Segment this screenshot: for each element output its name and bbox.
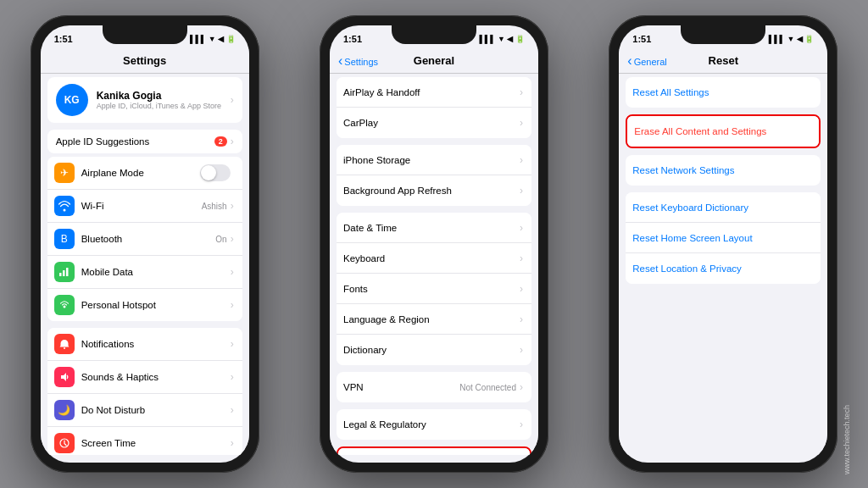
vpn-item[interactable]: VPN Not Connected › xyxy=(337,372,531,402)
svg-point-3 xyxy=(63,306,65,308)
reset-location-label: Reset Location & Privacy xyxy=(632,263,812,274)
locale-group: Date & Time › Keyboard › Fonts › Languag… xyxy=(337,213,531,365)
fonts-label: Fonts xyxy=(343,284,520,294)
reset-all-item[interactable]: Reset All Settings xyxy=(626,77,821,108)
notifications-label: Notifications xyxy=(81,339,231,349)
wifi-item[interactable]: Wi-Fi Ashish › xyxy=(47,190,242,223)
reset-homescreen-item[interactable]: Reset Home Screen Layout xyxy=(626,223,821,253)
status-time: 1:51 xyxy=(54,34,73,44)
dictionary-label: Dictionary xyxy=(343,345,520,355)
screentime-icon xyxy=(54,433,75,453)
reset-network-item[interactable]: Reset Network Settings xyxy=(626,155,821,186)
reset-title: Reset xyxy=(709,54,738,67)
phone1-frame: 1:51 ▌▌▌ ▼ ◀ 🔋 Settings KG Kanika Gogia … xyxy=(31,15,259,473)
status-time2: 1:51 xyxy=(343,34,362,44)
svg-rect-2 xyxy=(66,268,69,276)
sounds-item[interactable]: Sounds & Haptics › xyxy=(47,361,242,394)
reset-keyboard-item[interactable]: Reset Keyboard Dictionary xyxy=(626,192,821,223)
vpn-group: VPN Not Connected › xyxy=(337,372,531,402)
svg-point-4 xyxy=(64,347,65,349)
dnd-item[interactable]: 🌙 Do Not Disturb › xyxy=(47,394,242,427)
back-general[interactable]: General xyxy=(627,55,666,68)
settings-title: Settings xyxy=(123,54,166,67)
general-title: General xyxy=(414,54,454,67)
settings-list[interactable]: KG Kanika Gogia Apple ID, iCloud, iTunes… xyxy=(41,74,249,455)
chevron-icon: › xyxy=(231,136,234,147)
nav-bar-reset: General Reset xyxy=(619,49,827,74)
general-list[interactable]: AirPlay & Handoff › CarPlay › iPhone Sto… xyxy=(330,74,538,455)
iphone-storage-label: iPhone Storage xyxy=(343,155,520,165)
hotspot-label: Personal Hotspot xyxy=(81,300,231,310)
phone2-screen: 1:51 ▌▌▌ ▼ ◀ 🔋 Settings General AirPlay … xyxy=(330,25,538,463)
notch xyxy=(103,25,187,44)
carplay-label: CarPlay xyxy=(343,118,520,128)
sounds-icon xyxy=(54,367,75,387)
keyboard-item[interactable]: Keyboard › xyxy=(337,243,531,274)
carplay-item[interactable]: CarPlay › xyxy=(337,108,531,138)
reset-all-label: Reset All Settings xyxy=(632,87,812,97)
status-time3: 1:51 xyxy=(632,34,651,44)
storage-group: iPhone Storage › Background App Refresh … xyxy=(337,145,531,206)
dictionary-item[interactable]: Dictionary › xyxy=(337,335,531,365)
iphone-storage-item[interactable]: iPhone Storage › xyxy=(337,145,531,175)
status-icons: ▌▌▌ ▼ ◀ 🔋 xyxy=(190,35,236,43)
nav-bar-general: Settings General xyxy=(330,49,538,74)
airplane-toggle[interactable] xyxy=(200,164,231,181)
reset-keyboard-label: Reset Keyboard Dictionary xyxy=(632,202,812,213)
avatar: KG xyxy=(56,84,88,116)
svg-rect-0 xyxy=(59,273,62,276)
watermark: www.techietech.tech xyxy=(843,405,851,474)
airplane-mode-item[interactable]: ✈ Airplane Mode xyxy=(47,157,242,190)
badge-2: 2 xyxy=(214,136,227,147)
erase-group-highlighted: Erase All Content and Settings xyxy=(626,114,821,148)
dnd-icon: 🌙 xyxy=(54,400,75,420)
fonts-item[interactable]: Fonts › xyxy=(337,274,531,304)
profile-row[interactable]: KG Kanika Gogia Apple ID, iCloud, iTunes… xyxy=(47,77,242,123)
bluetooth-value: On xyxy=(215,235,226,244)
svg-rect-1 xyxy=(63,270,65,276)
hotspot-item[interactable]: Personal Hotspot › xyxy=(47,289,242,321)
bg-refresh-item[interactable]: Background App Refresh › xyxy=(337,175,531,206)
svg-marker-5 xyxy=(61,373,66,381)
airplay-item[interactable]: AirPlay & Handoff › xyxy=(337,77,531,108)
reset-item[interactable]: Reset › xyxy=(338,448,530,455)
alerts-group: Notifications › Sounds & Haptics › 🌙 Do … xyxy=(47,328,242,455)
bluetooth-icon: B xyxy=(54,229,75,249)
hotspot-icon xyxy=(54,295,75,315)
legal-label: Legal & Regulatory xyxy=(343,419,520,430)
notifications-item[interactable]: Notifications › xyxy=(47,328,242,361)
profile-name: Kanika Gogia xyxy=(97,90,231,102)
status-icons2: ▌▌▌ ▼ ◀ 🔋 xyxy=(479,35,525,43)
connectivity-group: ✈ Airplane Mode Wi-Fi Ashish › B xyxy=(47,157,242,321)
reset-misc-group: Reset Keyboard Dictionary Reset Home Scr… xyxy=(626,192,821,284)
reset-homescreen-label: Reset Home Screen Layout xyxy=(632,233,812,243)
profile-subtitle: Apple ID, iCloud, iTunes & App Store xyxy=(97,102,231,110)
profile-info: Kanika Gogia Apple ID, iCloud, iTunes & … xyxy=(97,90,231,110)
notch3 xyxy=(681,25,765,44)
phone3-frame: 1:51 ▌▌▌ ▼ ◀ 🔋 General Reset Reset All S… xyxy=(609,15,837,473)
wifi-label: Wi-Fi xyxy=(81,201,202,211)
back-settings[interactable]: Settings xyxy=(338,55,378,68)
datetime-label: Date & Time xyxy=(343,223,520,233)
screentime-item[interactable]: Screen Time › xyxy=(47,427,242,455)
apple-id-label: Apple ID Suggestions xyxy=(56,136,214,147)
wifi-value: Ashish xyxy=(202,202,227,211)
chevron-icon: › xyxy=(231,94,234,106)
datetime-item[interactable]: Date & Time › xyxy=(337,213,531,243)
airplay-group: AirPlay & Handoff › CarPlay › xyxy=(337,77,531,138)
legal-item[interactable]: Legal & Regulatory › xyxy=(337,409,531,440)
reset-location-item[interactable]: Reset Location & Privacy xyxy=(626,253,821,284)
phone1-screen: 1:51 ▌▌▌ ▼ ◀ 🔋 Settings KG Kanika Gogia … xyxy=(41,25,249,463)
bluetooth-item[interactable]: B Bluetooth On › xyxy=(47,223,242,256)
reset-list[interactable]: Reset All Settings Erase All Content and… xyxy=(619,74,827,455)
mobile-data-item[interactable]: Mobile Data › xyxy=(47,256,242,289)
reset-network-group: Reset Network Settings xyxy=(626,155,821,186)
nav-bar-settings: Settings xyxy=(41,49,249,74)
apple-id-suggestions[interactable]: Apple ID Suggestions 2 › xyxy=(47,130,242,153)
sounds-label: Sounds & Haptics xyxy=(81,372,231,382)
mobile-data-icon xyxy=(54,262,75,282)
erase-label: Erase All Content and Settings xyxy=(634,126,810,136)
keyboard-label: Keyboard xyxy=(343,253,520,263)
language-item[interactable]: Language & Region › xyxy=(337,304,531,335)
erase-item[interactable]: Erase All Content and Settings xyxy=(627,116,819,147)
